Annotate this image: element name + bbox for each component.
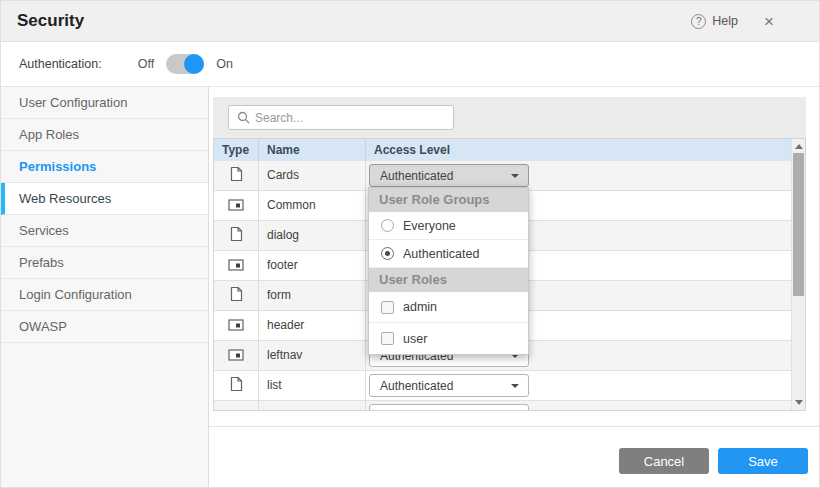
name-cell: form <box>259 281 366 310</box>
option-label: Authenticated <box>403 247 479 261</box>
access-level-dropdown[interactable]: Authenticated <box>369 374 529 397</box>
access-level-dropdown[interactable]: Authenticated <box>369 164 529 187</box>
sidebar-item-login-configuration[interactable]: Login Configuration <box>1 279 208 311</box>
name-cell: leftnav <box>259 341 366 370</box>
table-row-clipped <box>214 401 805 411</box>
partial-icon <box>228 317 244 335</box>
column-header-access-level: Access Level <box>366 139 805 161</box>
sidebar-item-permissions[interactable]: Permissions <box>1 151 208 183</box>
access-level-value: Authenticated <box>380 169 453 183</box>
name-cell: dialog <box>259 221 366 250</box>
option-label: Everyone <box>403 219 456 233</box>
sidebar-item-user-configuration[interactable]: User Configuration <box>1 87 208 119</box>
sidebar: User ConfigurationApp RolesPermissionsWe… <box>1 87 209 488</box>
type-cell <box>214 221 259 250</box>
toggle-on-label: On <box>216 57 233 71</box>
save-button[interactable]: Save <box>718 448 808 474</box>
sidebar-item-label: Services <box>19 223 69 238</box>
authentication-label: Authentication: <box>19 57 102 71</box>
sidebar-item-label: Prefabs <box>19 255 64 270</box>
dropdown-section-header-user-roles: User Roles <box>369 268 528 292</box>
authentication-toggle[interactable] <box>166 54 204 74</box>
dropdown-option-everyone[interactable]: Everyone <box>369 212 528 240</box>
name-cell: Common <box>259 191 366 220</box>
name-cell: header <box>259 311 366 340</box>
toggle-off-label: Off <box>138 57 154 71</box>
help-label: Help <box>712 14 738 28</box>
page-icon <box>230 376 243 396</box>
type-cell <box>214 311 259 340</box>
sidebar-item-label: App Roles <box>19 127 79 142</box>
cancel-button[interactable]: Cancel <box>619 448 709 474</box>
type-cell <box>214 371 259 400</box>
table-row: listAuthenticated <box>214 371 805 401</box>
access-level-value: Authenticated <box>380 379 453 393</box>
option-label: admin <box>403 300 437 314</box>
name-cell: footer <box>259 251 366 280</box>
sidebar-item-app-roles[interactable]: App Roles <box>1 119 208 151</box>
chevron-down-icon <box>511 384 519 388</box>
type-cell <box>214 191 259 220</box>
option-label: user <box>403 332 427 346</box>
partial-icon <box>228 257 244 275</box>
partial-icon <box>228 197 244 215</box>
table-toolbar <box>213 97 806 138</box>
search-input[interactable] <box>250 111 453 125</box>
search-icon <box>237 111 250 124</box>
main-content: TypeNameAccess Level CardsAuthenticatedC… <box>209 87 819 488</box>
access-cell <box>366 401 805 411</box>
table-header-row: TypeNameAccess Level <box>214 139 805 161</box>
authentication-bar: Authentication: Off On <box>1 42 819 87</box>
title-bar: Security ? Help × <box>1 1 819 42</box>
checkbox-icon <box>381 332 394 345</box>
titlebar-actions: ? Help × <box>691 1 774 41</box>
scroll-up-icon[interactable] <box>795 144 803 149</box>
security-dialog: Security ? Help × Authentication: Off On… <box>0 0 820 488</box>
page-icon <box>230 286 243 306</box>
help-button[interactable]: ? Help <box>691 14 738 29</box>
column-header-name: Name <box>259 139 366 161</box>
dropdown-option-authenticated[interactable]: Authenticated <box>369 240 528 268</box>
radio-icon <box>381 219 394 232</box>
sidebar-item-services[interactable]: Services <box>1 215 208 247</box>
chevron-down-icon <box>511 174 519 178</box>
checkbox-icon <box>381 301 394 314</box>
dropdown-section-header-user-role-groups: User Role Groups <box>369 188 528 212</box>
sidebar-item-label: User Configuration <box>19 95 127 110</box>
close-icon[interactable]: × <box>764 13 774 30</box>
sidebar-item-label: Web Resources <box>19 191 111 206</box>
type-cell <box>214 281 259 310</box>
name-cell <box>259 401 366 411</box>
sidebar-item-owasp[interactable]: OWASP <box>1 311 208 343</box>
dialog-body: User ConfigurationApp RolesPermissionsWe… <box>1 87 819 488</box>
dropdown-option-admin[interactable]: admin <box>369 292 528 323</box>
type-cell <box>214 401 259 411</box>
sidebar-item-label: Login Configuration <box>19 287 132 302</box>
type-cell <box>214 251 259 280</box>
page-icon <box>230 226 243 246</box>
access-cell: Authenticated <box>366 371 805 400</box>
name-cell: list <box>259 371 366 400</box>
sidebar-item-label: OWASP <box>19 319 67 334</box>
type-cell <box>214 161 259 190</box>
search-box <box>228 105 454 130</box>
vertical-scrollbar[interactable] <box>791 139 805 410</box>
type-cell <box>214 341 259 370</box>
scroll-down-icon[interactable] <box>795 400 803 405</box>
access-level-dropdown[interactable] <box>369 404 529 411</box>
dropdown-option-user[interactable]: user <box>369 323 528 354</box>
footer-divider <box>209 426 819 427</box>
scrollbar-thumb[interactable] <box>793 153 804 296</box>
partial-icon <box>228 347 244 365</box>
access-cell: Authenticated <box>366 161 805 190</box>
page-icon <box>230 166 243 186</box>
column-header-type: Type <box>214 139 259 161</box>
sidebar-item-label: Permissions <box>19 159 96 174</box>
access-dropdown-panel: User Role GroupsEveryoneAuthenticatedUse… <box>368 187 529 355</box>
name-cell: Cards <box>259 161 366 190</box>
radio-icon <box>381 247 394 260</box>
page-title: Security <box>17 1 84 41</box>
sidebar-item-web-resources[interactable]: Web Resources <box>1 183 208 215</box>
sidebar-item-prefabs[interactable]: Prefabs <box>1 247 208 279</box>
toggle-knob <box>184 54 204 74</box>
